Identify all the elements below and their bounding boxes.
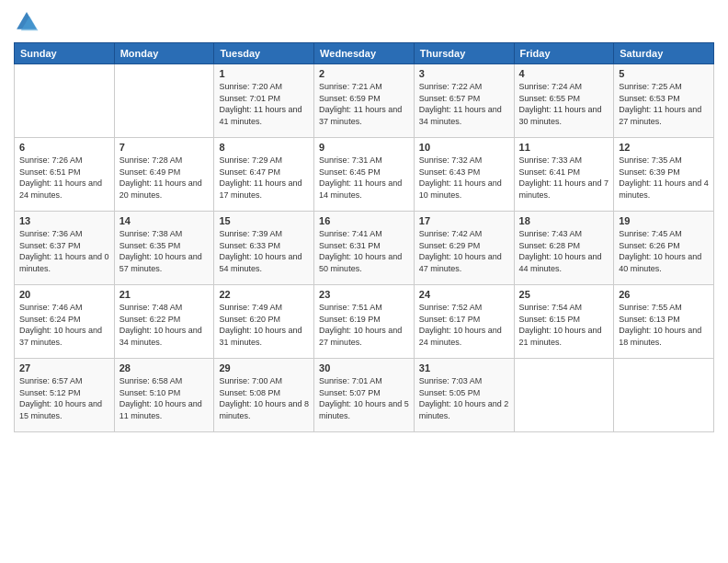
day-info: Sunrise: 7:00 AMSunset: 5:08 PMDaylight:… <box>219 376 309 420</box>
calendar-cell: 14Sunrise: 7:38 AMSunset: 6:35 PMDayligh… <box>114 212 214 285</box>
day-info: Sunrise: 7:43 AMSunset: 6:28 PMDaylight:… <box>519 229 602 273</box>
day-info: Sunrise: 7:42 AMSunset: 6:29 PMDaylight:… <box>419 229 502 273</box>
day-info: Sunrise: 7:46 AMSunset: 6:24 PMDaylight:… <box>19 303 102 347</box>
day-info: Sunrise: 7:22 AMSunset: 6:57 PMDaylight:… <box>419 82 502 126</box>
calendar-cell: 29Sunrise: 7:00 AMSunset: 5:08 PMDayligh… <box>214 359 314 432</box>
day-info: Sunrise: 7:41 AMSunset: 6:31 PMDaylight:… <box>319 229 402 273</box>
day-number: 18 <box>519 215 609 226</box>
calendar-cell: 1Sunrise: 7:20 AMSunset: 7:01 PMDaylight… <box>214 64 314 138</box>
day-number: 12 <box>619 142 709 153</box>
calendar-week-row: 6Sunrise: 7:26 AMSunset: 6:51 PMDaylight… <box>15 138 714 212</box>
calendar-cell: 22Sunrise: 7:49 AMSunset: 6:20 PMDayligh… <box>214 285 314 359</box>
calendar-cell <box>114 64 214 138</box>
logo-icon <box>14 9 40 35</box>
weekday-header-saturday: Saturday <box>614 43 714 64</box>
day-number: 25 <box>519 289 609 300</box>
calendar-cell: 30Sunrise: 7:01 AMSunset: 5:07 PMDayligh… <box>314 359 415 432</box>
day-number: 2 <box>319 68 409 79</box>
day-number: 8 <box>219 142 309 153</box>
day-info: Sunrise: 7:26 AMSunset: 6:51 PMDaylight:… <box>19 155 102 200</box>
day-number: 20 <box>19 289 109 300</box>
day-info: Sunrise: 7:38 AMSunset: 6:35 PMDaylight:… <box>119 229 202 273</box>
calendar-cell: 21Sunrise: 7:48 AMSunset: 6:22 PMDayligh… <box>114 285 214 359</box>
calendar-cell <box>15 64 115 138</box>
calendar-cell: 2Sunrise: 7:21 AMSunset: 6:59 PMDaylight… <box>314 64 415 138</box>
weekday-header-row: SundayMondayTuesdayWednesdayThursdayFrid… <box>15 43 714 64</box>
day-number: 13 <box>19 215 109 226</box>
day-number: 6 <box>19 142 109 153</box>
day-number: 24 <box>419 289 509 300</box>
day-number: 26 <box>619 289 709 300</box>
weekday-header-monday: Monday <box>114 43 214 64</box>
day-info: Sunrise: 7:54 AMSunset: 6:15 PMDaylight:… <box>519 303 602 347</box>
calendar-cell: 26Sunrise: 7:55 AMSunset: 6:13 PMDayligh… <box>614 285 714 359</box>
calendar-cell: 6Sunrise: 7:26 AMSunset: 6:51 PMDaylight… <box>15 138 115 212</box>
calendar-cell: 18Sunrise: 7:43 AMSunset: 6:28 PMDayligh… <box>514 212 614 285</box>
day-info: Sunrise: 7:21 AMSunset: 6:59 PMDaylight:… <box>319 82 402 126</box>
day-info: Sunrise: 7:24 AMSunset: 6:55 PMDaylight:… <box>519 82 602 126</box>
day-info: Sunrise: 7:51 AMSunset: 6:19 PMDaylight:… <box>319 303 402 347</box>
day-number: 27 <box>19 362 109 373</box>
calendar-cell: 23Sunrise: 7:51 AMSunset: 6:19 PMDayligh… <box>314 285 415 359</box>
day-number: 1 <box>219 68 309 79</box>
day-number: 30 <box>319 362 409 373</box>
day-number: 10 <box>419 142 509 153</box>
calendar-cell: 16Sunrise: 7:41 AMSunset: 6:31 PMDayligh… <box>314 212 415 285</box>
day-number: 15 <box>219 215 309 226</box>
calendar-cell: 7Sunrise: 7:28 AMSunset: 6:49 PMDaylight… <box>114 138 214 212</box>
day-info: Sunrise: 7:31 AMSunset: 6:45 PMDaylight:… <box>319 155 402 200</box>
calendar-cell: 17Sunrise: 7:42 AMSunset: 6:29 PMDayligh… <box>414 212 514 285</box>
calendar-week-row: 1Sunrise: 7:20 AMSunset: 7:01 PMDaylight… <box>15 64 714 138</box>
day-number: 16 <box>319 215 409 226</box>
day-info: Sunrise: 7:45 AMSunset: 6:26 PMDaylight:… <box>619 229 701 273</box>
day-number: 28 <box>119 362 210 373</box>
calendar-cell: 10Sunrise: 7:32 AMSunset: 6:43 PMDayligh… <box>414 138 514 212</box>
day-info: Sunrise: 7:33 AMSunset: 6:41 PMDaylight:… <box>519 155 609 200</box>
calendar-cell: 11Sunrise: 7:33 AMSunset: 6:41 PMDayligh… <box>514 138 614 212</box>
day-info: Sunrise: 7:28 AMSunset: 6:49 PMDaylight:… <box>119 155 202 200</box>
day-info: Sunrise: 6:57 AMSunset: 5:12 PMDaylight:… <box>19 376 102 420</box>
calendar-cell: 20Sunrise: 7:46 AMSunset: 6:24 PMDayligh… <box>15 285 115 359</box>
day-info: Sunrise: 7:49 AMSunset: 6:20 PMDaylight:… <box>219 303 301 347</box>
day-number: 14 <box>119 215 210 226</box>
day-info: Sunrise: 7:52 AMSunset: 6:17 PMDaylight:… <box>419 303 502 347</box>
calendar-cell: 28Sunrise: 6:58 AMSunset: 5:10 PMDayligh… <box>114 359 214 432</box>
calendar-week-row: 20Sunrise: 7:46 AMSunset: 6:24 PMDayligh… <box>15 285 714 359</box>
day-number: 5 <box>619 68 709 79</box>
day-number: 3 <box>419 68 509 79</box>
day-info: Sunrise: 7:01 AMSunset: 5:07 PMDaylight:… <box>319 376 409 420</box>
calendar-cell: 9Sunrise: 7:31 AMSunset: 6:45 PMDaylight… <box>314 138 415 212</box>
calendar-cell: 19Sunrise: 7:45 AMSunset: 6:26 PMDayligh… <box>614 212 714 285</box>
day-number: 21 <box>119 289 210 300</box>
day-info: Sunrise: 7:35 AMSunset: 6:39 PMDaylight:… <box>619 155 709 200</box>
weekday-header-sunday: Sunday <box>15 43 115 64</box>
day-number: 7 <box>119 142 210 153</box>
calendar-cell: 15Sunrise: 7:39 AMSunset: 6:33 PMDayligh… <box>214 212 314 285</box>
day-info: Sunrise: 7:48 AMSunset: 6:22 PMDaylight:… <box>119 303 202 347</box>
calendar-cell: 31Sunrise: 7:03 AMSunset: 5:05 PMDayligh… <box>414 359 514 432</box>
calendar-cell <box>514 359 614 432</box>
day-info: Sunrise: 7:03 AMSunset: 5:05 PMDaylight:… <box>419 376 509 420</box>
day-number: 17 <box>419 215 509 226</box>
calendar-cell: 12Sunrise: 7:35 AMSunset: 6:39 PMDayligh… <box>614 138 714 212</box>
day-number: 31 <box>419 362 509 373</box>
calendar-cell: 4Sunrise: 7:24 AMSunset: 6:55 PMDaylight… <box>514 64 614 138</box>
calendar-cell: 24Sunrise: 7:52 AMSunset: 6:17 PMDayligh… <box>414 285 514 359</box>
calendar-cell: 3Sunrise: 7:22 AMSunset: 6:57 PMDaylight… <box>414 64 514 138</box>
calendar-cell: 25Sunrise: 7:54 AMSunset: 6:15 PMDayligh… <box>514 285 614 359</box>
calendar-cell: 5Sunrise: 7:25 AMSunset: 6:53 PMDaylight… <box>614 64 714 138</box>
calendar-week-row: 13Sunrise: 7:36 AMSunset: 6:37 PMDayligh… <box>15 212 714 285</box>
weekday-header-friday: Friday <box>514 43 614 64</box>
day-number: 11 <box>519 142 609 153</box>
day-info: Sunrise: 7:20 AMSunset: 7:01 PMDaylight:… <box>219 82 301 126</box>
calendar-cell: 8Sunrise: 7:29 AMSunset: 6:47 PMDaylight… <box>214 138 314 212</box>
day-info: Sunrise: 6:58 AMSunset: 5:10 PMDaylight:… <box>119 376 202 420</box>
day-number: 23 <box>319 289 409 300</box>
calendar-cell: 27Sunrise: 6:57 AMSunset: 5:12 PMDayligh… <box>15 359 115 432</box>
calendar-week-row: 27Sunrise: 6:57 AMSunset: 5:12 PMDayligh… <box>15 359 714 432</box>
day-info: Sunrise: 7:29 AMSunset: 6:47 PMDaylight:… <box>219 155 301 200</box>
calendar-container: SundayMondayTuesdayWednesdayThursdayFrid… <box>0 0 728 446</box>
weekday-header-wednesday: Wednesday <box>314 43 415 64</box>
day-number: 29 <box>219 362 309 373</box>
day-info: Sunrise: 7:32 AMSunset: 6:43 PMDaylight:… <box>419 155 502 200</box>
